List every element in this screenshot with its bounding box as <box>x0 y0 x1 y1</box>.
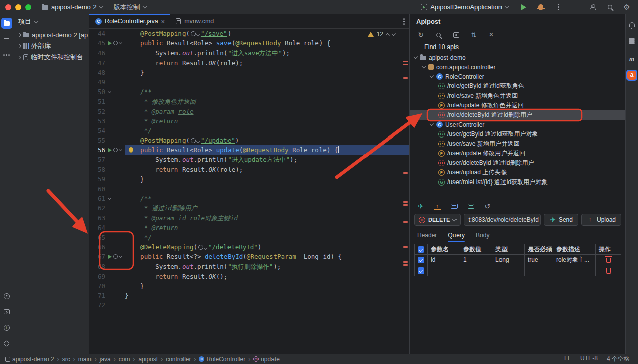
fold-chevron-icon[interactable] <box>119 148 122 151</box>
debug-button[interactable] <box>536 2 546 12</box>
error-stripe-mark[interactable] <box>403 61 408 62</box>
terminal-tool-button[interactable] <box>1 306 12 317</box>
next-problem-icon[interactable] <box>392 31 396 35</box>
param-cell[interactable] <box>553 265 596 276</box>
error-stripe-mark[interactable] <box>403 201 408 203</box>
status-item[interactable]: UTF-8 <box>580 355 598 363</box>
problems-tool-button[interactable] <box>1 322 12 333</box>
inspection-widget[interactable]: 12 <box>368 31 395 38</box>
api-tree-item[interactable]: apipost-demo <box>410 53 625 62</box>
breadcrumb-item[interactable]: update <box>253 356 280 363</box>
param-tab-Query[interactable]: Query <box>448 228 465 243</box>
run-config-widget[interactable]: ApipostDemoApplication <box>417 2 512 12</box>
select-all-cell[interactable] <box>415 244 428 255</box>
breadcrumb-item[interactable]: src <box>62 356 70 363</box>
refresh-button[interactable] <box>416 30 425 39</box>
prev-problem-icon[interactable] <box>386 33 390 37</box>
chevron-right-icon[interactable] <box>18 44 21 48</box>
error-stripe-mark[interactable] <box>403 221 408 223</box>
card-blue-button[interactable] <box>449 202 459 211</box>
error-stripe-mark[interactable] <box>403 77 408 79</box>
api-tree-item[interactable]: RoleController <box>410 72 625 81</box>
more-vert-button[interactable] <box>553 2 563 12</box>
param-cell[interactable] <box>525 265 553 276</box>
project-panel-header[interactable]: 项目 <box>13 14 89 29</box>
api-tree-item[interactable]: /role/save 新增角色并返回 <box>410 91 625 101</box>
project-tree-item[interactable]: apipost-demo 2 [ap <box>13 29 89 40</box>
api-tree-item[interactable]: /user/save 新增用户并返回 <box>410 139 625 149</box>
chevron-down-icon[interactable] <box>430 74 434 78</box>
vcs-widget[interactable]: 版本控制 <box>110 1 150 13</box>
fold-chevron-icon[interactable] <box>108 196 111 200</box>
project-tree-item[interactable]: 外部库 <box>13 40 89 52</box>
error-stripe-mark[interactable] <box>403 64 408 65</box>
row-checkbox[interactable] <box>418 257 424 263</box>
upload-tray-button[interactable] <box>433 202 442 211</box>
code-editor[interactable]: 44 @PostMapping("/save")45 public Result… <box>89 29 409 354</box>
breadcrumb-item[interactable]: RoleController <box>199 356 245 363</box>
fold-chevron-icon[interactable] <box>119 41 122 44</box>
error-stripe[interactable] <box>403 29 409 354</box>
url-input[interactable]: t:8083/dev/role/deleteById <box>464 214 541 226</box>
param-cell[interactable]: true <box>525 255 553 265</box>
services-tool-button[interactable] <box>1 338 12 349</box>
breadcrumb-item[interactable]: java <box>100 356 111 363</box>
close-window-button[interactable] <box>5 4 11 10</box>
param-cell[interactable]: Long <box>492 255 525 265</box>
breadcrumb-item[interactable]: apipost <box>138 356 158 363</box>
chevron-right-icon[interactable] <box>18 55 21 59</box>
api-tree-item[interactable]: /role/update 修改角色并返回 <box>410 101 625 110</box>
api-endpoint-icon[interactable] <box>113 41 118 46</box>
search-small-button[interactable] <box>434 30 443 39</box>
delete-row-icon[interactable] <box>606 268 611 274</box>
api-tree-item[interactable]: /role/getById 通过id获取角色 <box>410 81 625 91</box>
chevron-down-icon[interactable] <box>430 122 434 126</box>
row-select-cell[interactable] <box>415 265 428 276</box>
row-select-cell[interactable] <box>415 255 428 265</box>
fold-chevron-icon[interactable] <box>108 89 111 93</box>
param-cell[interactable]: role对象主... <box>553 255 596 265</box>
param-tab-Header[interactable]: Header <box>417 228 437 243</box>
project-tool-button[interactable] <box>1 18 12 29</box>
chevron-right-icon[interactable] <box>18 33 21 36</box>
breadcrumb-item[interactable]: controller <box>166 356 191 363</box>
api-tree-item[interactable]: /user/upload 上传头像 <box>410 168 625 177</box>
project-widget[interactable]: apipost-demo 2 <box>38 2 106 12</box>
apipost-tool-button[interactable] <box>626 70 637 81</box>
param-cell[interactable]: id <box>428 255 460 265</box>
api-endpoint-icon[interactable] <box>113 254 118 259</box>
run-tool-button[interactable] <box>1 291 12 302</box>
card-teal-button[interactable] <box>466 202 475 211</box>
sync-button[interactable] <box>469 30 478 39</box>
api-tree-item[interactable]: /user/deleteById 通过id删除用户 <box>410 158 625 168</box>
notifications-tool-button[interactable] <box>626 18 637 29</box>
tab-options-icon[interactable] <box>403 21 405 22</box>
maven-tool-button[interactable] <box>626 53 637 64</box>
breadcrumb-item[interactable]: apipost-demo 2 <box>5 356 54 363</box>
breadcrumb-item[interactable]: main <box>78 356 92 363</box>
run-method-icon[interactable] <box>108 148 112 152</box>
history-button[interactable] <box>483 202 492 211</box>
param-cell[interactable] <box>492 265 525 276</box>
tab-mvnw.cmd[interactable]: mvnw.cmd <box>170 14 219 28</box>
fold-chevron-icon[interactable] <box>119 254 122 258</box>
chevron-down-icon[interactable] <box>414 55 418 59</box>
send-button[interactable]: Send <box>544 214 578 226</box>
error-stripe-mark[interactable] <box>403 172 408 174</box>
settings-button[interactable] <box>622 2 632 12</box>
close-button[interactable] <box>487 30 496 39</box>
param-tab-Body[interactable]: Body <box>476 228 489 243</box>
run-method-icon[interactable] <box>108 41 112 46</box>
close-icon[interactable]: × <box>161 18 165 25</box>
breadcrumb-item[interactable]: com <box>119 356 130 363</box>
status-item[interactable]: 4 个空格 <box>607 355 630 363</box>
error-stripe-mark[interactable] <box>403 204 408 206</box>
api-tree-item[interactable]: UserController <box>410 120 625 129</box>
minimize-window-button[interactable] <box>15 4 21 10</box>
intention-bulb-icon[interactable] <box>129 147 133 152</box>
api-tree-item[interactable]: /user/getById 通过id获取用户对象 <box>410 129 625 139</box>
plane-button[interactable] <box>416 202 425 211</box>
more-tool-button[interactable] <box>1 49 12 60</box>
play-button[interactable] <box>519 2 529 12</box>
error-stripe-mark[interactable] <box>403 264 408 266</box>
